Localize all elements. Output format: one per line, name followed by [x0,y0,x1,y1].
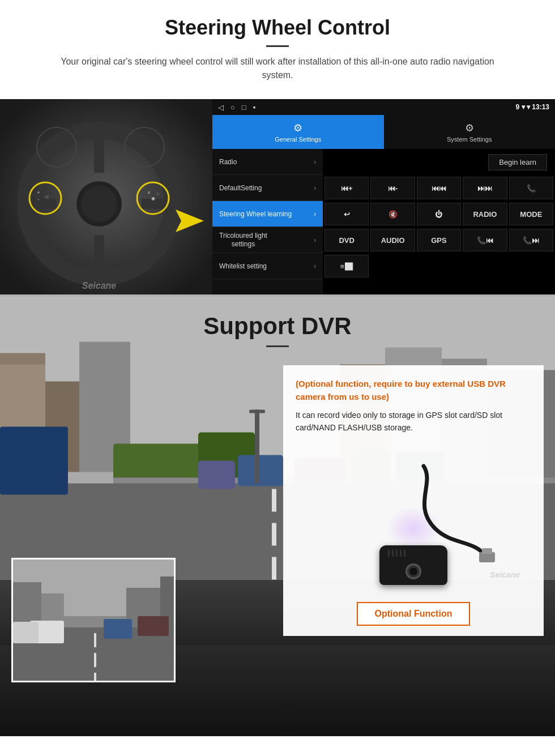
begin-learn-button[interactable]: Begin learn [488,154,547,170]
ctrl-btn-audio[interactable]: AUDIO [370,229,415,251]
ctrl-btn-vol-up[interactable]: ⏮+ [325,177,369,199]
nav-back-icon[interactable]: ◁ [218,103,224,112]
svg-rect-52 [94,633,96,647]
preview-scene-svg [13,559,176,682]
ctrl-btn-gps[interactable]: GPS [417,229,461,251]
svg-text:+: + [37,190,40,195]
section1-title-area: Steering Wheel Control Your original car… [0,0,555,99]
tab-system-label: System Settings [447,136,492,143]
ctrl-btn-dvd[interactable]: DVD [325,229,369,251]
menu-default-label: DefaultSetting [219,184,262,192]
svg-rect-55 [104,619,132,639]
ctrl-btn-call-next[interactable]: 📞⏭ [509,229,553,251]
menu-default-arrow: › [314,184,316,192]
section1-title: Steering Wheel Control [11,16,544,40]
dvr-left [11,365,272,682]
wifi-icon: ▾ [527,103,532,111]
svg-text:Seicane: Seicane [82,281,117,291]
dvr-section: Support DVR [0,294,555,736]
ctrl-btn-mode[interactable]: MODE [509,203,553,225]
dvr-title-area: Support DVR [0,294,555,354]
menu-tricolour-arrow: › [314,236,316,244]
ctrl-btn-vol-down[interactable]: ⏮- [370,177,415,199]
svg-rect-54 [94,673,96,682]
ctrl-btn-hangup[interactable]: ↩ [325,203,369,225]
steering-demo: + - ◁ ≡ ◉ ☆ Seicane ◁ ○ □ [0,99,555,294]
ctrl-btn-menu[interactable]: ≡⬜ [325,255,369,277]
optional-function-button[interactable]: Optional Function [357,602,471,626]
dvr-optional-text: (Optional function, require to buy exter… [296,378,531,403]
android-content: Radio › DefaultSetting › Steering Wheel … [212,149,555,294]
menu-item-whitelist[interactable]: Whitelist setting › [212,253,323,279]
steering-wheel-svg: + - ◁ ≡ ◉ ☆ Seicane [0,99,212,294]
menu-steering-label: Steering Wheel learning [219,210,292,218]
signal-icon: 9 ▾ [516,103,527,111]
ctrl-btn-next[interactable]: ⏭⏭ [463,177,507,199]
ctrl-row-3: DVD AUDIO GPS 📞⏮ 📞⏭ [323,227,555,253]
ctrl-btn-call[interactable]: 📞 [509,177,553,199]
dvr-desc-text: It can record video only to storage in G… [296,409,531,434]
android-ui: ◁ ○ □ ▪ 9 ▾ ▾ 13:13 ⚙ General Settings [212,99,555,294]
svg-text:☆: ☆ [156,191,160,197]
ctrl-row-4: ≡⬜ [323,253,555,279]
nav-recent-icon[interactable]: □ [242,103,246,112]
svg-text:◉: ◉ [151,196,155,201]
tab-general[interactable]: ⚙ General Settings [212,115,384,149]
dvr-main: (Optional function, require to buy exter… [0,354,555,694]
svg-rect-56 [138,616,169,636]
menu-item-steering[interactable]: Steering Wheel learning › [212,201,323,227]
svg-point-7 [81,186,117,222]
svg-rect-60 [482,548,492,554]
dvr-right: (Optional function, require to buy exter… [283,365,544,682]
ctrl-row-2: ↩ 🔇 ⏻ RADIO MODE [323,201,555,227]
general-settings-icon: ⚙ [293,122,302,134]
steering-photo: + - ◁ ≡ ◉ ☆ Seicane [0,99,212,294]
section1-subtitle: Your original car's steering wheel contr… [45,55,510,82]
ctrl-btn-prev[interactable]: ⏮⏮ [417,177,461,199]
ctrl-btn-power[interactable]: ⏻ [417,203,461,225]
steering-wheel-section: Steering Wheel Control Your original car… [0,0,555,294]
dvr-title-divider [266,345,289,347]
ctrl-btn-radio[interactable]: RADIO [463,203,507,225]
svg-text:-: - [38,197,40,202]
svg-rect-53 [94,653,96,667]
menu-whitelist-arrow: › [314,262,316,270]
menu-radio-arrow: › [314,158,316,166]
svg-rect-58 [13,622,39,643]
menu-whitelist-label: Whitelist setting [219,262,267,270]
dvr-title: Support DVR [11,313,544,340]
control-panel: Begin learn ⏮+ ⏮- ⏮⏮ ⏭⏭ 📞 ↩ 🔇 ⏻ [323,149,555,294]
android-statusbar: ◁ ○ □ ▪ 9 ▾ ▾ 13:13 [212,99,555,115]
dvr-small-preview [11,558,176,682]
menu-item-default[interactable]: DefaultSetting › [212,175,323,201]
title-divider [266,45,289,47]
menu-radio-label: Radio [219,158,237,166]
ctrl-row-1: ⏮+ ⏮- ⏮⏮ ⏭⏭ 📞 [323,175,555,201]
svg-text:◁: ◁ [45,194,49,199]
dvr-camera-area: Seicane [296,443,531,591]
menu-steering-arrow: › [314,210,316,218]
nav-home-icon[interactable]: ○ [230,103,235,112]
ctrl-btn-mute[interactable]: 🔇 [370,203,415,225]
tab-general-label: General Settings [275,136,321,143]
menu-tricolour-label: Tricoloured lightsettings [219,232,267,248]
ctrl-btn-call-prev[interactable]: 📞⏮ [463,229,507,251]
nav-menu-icon[interactable]: ▪ [253,103,256,112]
dvr-seicane-watermark: Seicane [490,570,520,579]
menu-item-tricolour[interactable]: Tricoloured lightsettings › [212,227,323,253]
system-settings-icon: ⚙ [465,122,474,134]
camera-lens [405,563,421,579]
menu-list: Radio › DefaultSetting › Steering Wheel … [212,149,323,294]
tab-system[interactable]: ⚙ System Settings [384,115,556,149]
camera-body [379,545,447,585]
android-tabs: ⚙ General Settings ⚙ System Settings [212,115,555,149]
svg-text:≡: ≡ [148,190,151,195]
menu-item-radio[interactable]: Radio › [212,149,323,175]
dvr-info-card: (Optional function, require to buy exter… [283,365,544,636]
begin-learn-row: Begin learn [323,149,555,175]
status-time: 13:13 [532,103,549,111]
